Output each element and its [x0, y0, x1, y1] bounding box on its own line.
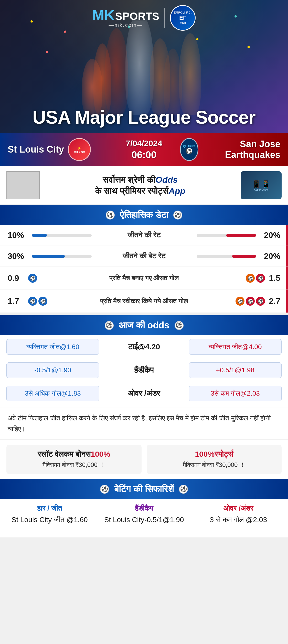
historical-section-header: ⚽ ऐतिहासिक डेटा ⚽ [0, 205, 288, 225]
players-area [0, 20, 288, 115]
goal-right-scored: 1.5 [265, 273, 280, 283]
bonus-slot-title: स्लॉट वेलकम बोनस100% [12, 450, 136, 459]
logo-divider [164, 8, 165, 28]
soccer-ball-icon-bet-right: ⚽ [179, 485, 188, 494]
red-sidebar-4 [286, 290, 288, 313]
home-team-name: St Louis City [8, 144, 64, 155]
bet-value-overunder: 3 से कम गोल @2.03 [196, 515, 280, 525]
goal-right-conceded: 2.7 [265, 296, 280, 306]
hero-title: USA Major League Soccer [0, 107, 288, 128]
ad-banner: सर्वोत्तम श्रेणी कीOdds के साथ प्रीमियर … [0, 166, 288, 205]
goal-icons-left-scored: ⚽ [28, 274, 54, 283]
stat-left-bet-rate: 30% [8, 251, 28, 261]
ad-phones-image: 📱📱 App Preview [241, 171, 282, 199]
goal-icons-right-conceded: ⚽ ⚽ ⚽ [234, 297, 265, 306]
bar-fill-left-bet-rate [32, 255, 65, 258]
odds-btn-handicap-home[interactable]: -0.5/1@1.90 [6, 362, 99, 378]
bet-value-handicap: St Louis City-0.5/1@1.90 [102, 515, 186, 525]
betting-row: हार / जीत St Louis City जीत @1.60 हैंडीक… [0, 499, 288, 530]
bet-col-winlose: हार / जीत St Louis City जीत @1.60 [8, 504, 92, 525]
bonus-sports-sub: मैक्सिमम बोनस ₹30,000 ！ [152, 461, 277, 469]
logo-area: MK SPORTS —mk.com— EMPOLI F.C. EF 1920 [0, 5, 288, 31]
odds-label-handicap: हैंडीकैप [103, 366, 185, 375]
bar-left-win-rate [32, 234, 92, 237]
soccer-ball-icon-odds-left: ⚽ [105, 321, 114, 330]
bonus-slot-sub: मैक्सिमम बोनस ₹30,000 ！ [12, 461, 136, 469]
red-sidebar-2 [286, 246, 288, 267]
away-team-badge: QUAKES ⚽ [180, 138, 199, 161]
hero-banner: MK SPORTS —mk.com— EMPOLI F.C. EF 1920 U… [0, 0, 288, 133]
bonus-sports-title: 100%स्पोर्ट्स [152, 450, 277, 459]
odds-row-1: व्यक्तिगत जीत@1.60 टाई@4.20 व्यक्तिगत जी… [0, 335, 288, 359]
bar-right-win-rate [197, 234, 256, 237]
bet-divider-2 [191, 504, 191, 525]
soccer-ball-icon-odds-right: ⚽ [175, 321, 184, 330]
soccer-ball-icon-left: ⚽ [106, 211, 115, 220]
odds-title: आज की odds [119, 320, 169, 331]
bar-fill-right-win-rate [226, 234, 256, 237]
stat-left-win-rate: 10% [8, 231, 28, 240]
bet-divider-1 [97, 504, 97, 525]
bonus-card-slots[interactable]: स्लॉट वेलकम बोनस100% मैक्सिमम बोनस ₹30,0… [6, 445, 142, 474]
historical-title: ऐतिहासिक डेटा [120, 210, 168, 220]
goal-stat-row-scored: 0.9 ⚽ प्रति मैच बनाए गए औसत गोल ⚽ ⚽ 1.5 [0, 267, 288, 290]
bet-label-overunder: ओवर /अंडर [196, 504, 280, 513]
odds-btn-away-win[interactable]: व्यक्तिगत जीत@4.00 [189, 339, 282, 355]
ball-icon-right-c2: ⚽ [246, 297, 255, 306]
bar-fill-left-win-rate [32, 234, 47, 237]
bet-col-overunder: ओवर /अंडर 3 से कम गोल @2.03 [196, 504, 280, 525]
odds-btn-over[interactable]: 3से अधिक गोल@1.83 [6, 386, 99, 401]
match-center: 7/04/2024 06:00 [116, 135, 172, 164]
bar-right-bet-rate [197, 255, 256, 258]
home-team-badge: ⚡ CITY SC [68, 138, 91, 161]
ball-icon-right-2: ⚽ [256, 274, 265, 283]
ad-text: सर्वोत्तम श्रेणी कीOdds के साथ प्रीमियर … [45, 174, 236, 197]
soccer-ball-icon-bet-left: ⚽ [100, 485, 109, 494]
away-team-area: QUAKES ⚽ San Jose Earthquakes [172, 133, 288, 166]
match-time: 06:00 [132, 150, 156, 160]
stat-label-win-rate: जीतने की रेट [95, 231, 193, 239]
ball-icon-right-1: ⚽ [246, 274, 255, 283]
odds-label-tie: टाई@4.20 [103, 342, 185, 351]
odds-btn-under[interactable]: 3से कम गोल@2.03 [189, 386, 282, 401]
ad-title: सर्वोत्तम श्रेणी कीOdds के साथ प्रीमियर … [45, 174, 236, 197]
ball-icon-left-c2: ⚽ [38, 297, 47, 306]
bet-value-winlose: St Louis City जीत @1.60 [8, 515, 92, 525]
goal-stat-row-conceded: 1.7 ⚽ ⚽ प्रति मैच स्वीकार किये गये औसत ग… [0, 290, 288, 313]
odds-btn-handicap-away[interactable]: +0.5/1@1.98 [189, 362, 282, 378]
bar-fill-right-bet-rate [232, 255, 256, 258]
betting-recommendations: हार / जीत St Louis City जीत @1.60 हैंडीक… [0, 499, 288, 537]
odds-row-2: -0.5/1@1.90 हैंडीकैप +0.5/1@1.98 [0, 359, 288, 382]
soccer-ball-icon-right: ⚽ [173, 211, 182, 220]
bonus-section: स्लॉट वेलकम बोनस100% मैक्सिमम बोनस ₹30,0… [0, 439, 288, 479]
bonus-card-sports[interactable]: 100%स्पोर्ट्स मैक्सिमम बोनस ₹30,000 ！ [147, 445, 282, 474]
ball-icon-right-c3: ⚽ [256, 297, 265, 306]
ball-icon-left-1: ⚽ [28, 274, 37, 283]
goal-icons-left-conceded: ⚽ ⚽ [28, 297, 54, 306]
stat-right-bet-rate: 20% [260, 251, 280, 261]
stat-row-win-rate: 10% जीतने की रेट 20% [0, 225, 288, 246]
commentary-section: अवे टीम फिलहाल जीत हासिल करने के लिए संघ… [0, 408, 288, 439]
stat-right-win-rate: 20% [260, 231, 280, 240]
stat-label-bet-rate: जीतने की बेट रेट [95, 252, 193, 260]
goal-icons-right-scored: ⚽ ⚽ [234, 274, 265, 283]
betting-section-header: ⚽ बेटिंग की सिफारिशें ⚽ [0, 479, 288, 499]
hero-title-area: USA Major League Soccer [0, 107, 288, 128]
red-sidebar-3 [286, 267, 288, 290]
odds-row-3: 3से अधिक गोल@1.83 ओवर /अंडर 3से कम गोल@2… [0, 382, 288, 405]
bet-label-winlose: हार / जीत [8, 504, 92, 513]
commentary-text: अवे टीम फिलहाल जीत हासिल करने के लिए संघ… [8, 413, 280, 434]
mk-sports-logo: MK SPORTS —mk.com— [92, 8, 159, 28]
odds-btn-home-win[interactable]: व्यक्तिगत जीत@1.60 [6, 339, 99, 355]
mk-com: —mk.com— [109, 22, 143, 28]
goal-left-scored: 0.9 [8, 273, 28, 283]
betting-title: बेटिंग की सिफारिशें [114, 484, 174, 494]
bet-label-handicap: हैंडीकैप [102, 504, 186, 513]
ad-image-placeholder [6, 171, 40, 199]
odds-label-overunder: ओवर /अंडर [103, 389, 185, 398]
home-team-area: St Louis City ⚡ CITY SC [0, 133, 116, 166]
match-header: St Louis City ⚡ CITY SC 7/04/2024 06:00 … [0, 133, 288, 166]
away-team-name: San Jose Earthquakes [202, 139, 280, 160]
red-sidebar-1 [286, 225, 288, 246]
ball-icon-right-c1: ⚽ [236, 297, 244, 306]
